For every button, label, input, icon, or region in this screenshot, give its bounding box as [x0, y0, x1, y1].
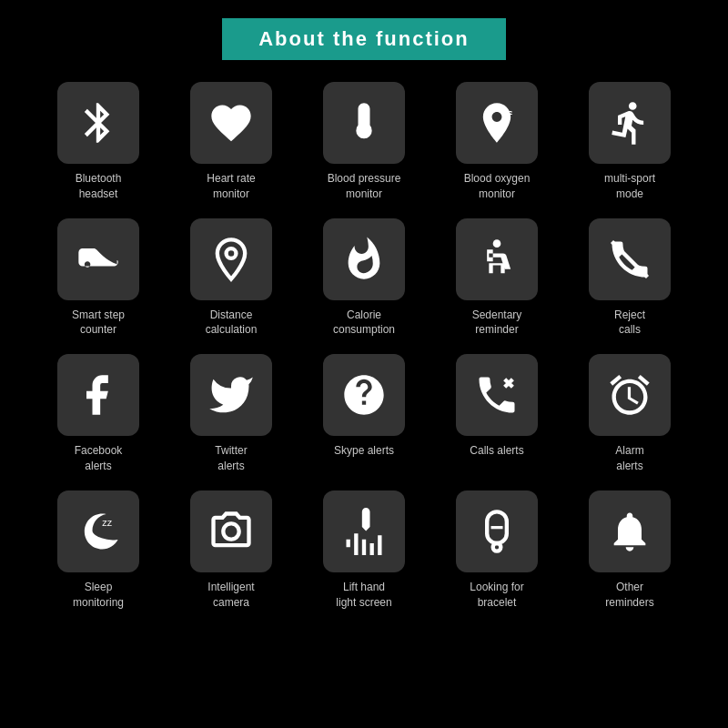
feature-calorie: Calorie consumption [302, 218, 426, 339]
calorie-icon [323, 218, 405, 300]
feature-bluetooth-headset: Bluetooth headset [36, 82, 160, 202]
svg-text:O₂: O₂ [500, 106, 511, 116]
multi-sport-icon [589, 82, 671, 164]
feature-multi-sport: multi-sport mode [568, 82, 692, 202]
facebook-label: Facebook alerts [75, 443, 123, 474]
sedentary-label: Sedentary reminder [472, 308, 522, 339]
sedentary-icon [456, 218, 538, 300]
camera-label: Intelligent camera [207, 580, 254, 611]
features-grid: Bluetooth headsetHeart rate monitorBlood… [36, 82, 692, 610]
bracelet-label: Looking for bracelet [470, 580, 523, 611]
feature-camera: Intelligent camera [169, 490, 293, 611]
feature-reject-calls: Reject calls [568, 218, 692, 339]
heart-rate-label: Heart rate monitor [207, 171, 255, 202]
bracelet-icon [456, 490, 538, 572]
calls-label: Calls alerts [470, 443, 523, 459]
feature-blood-pressure: Blood pressure monitor [302, 82, 426, 202]
calorie-label: Calorie consumption [333, 308, 395, 339]
feature-heart-rate: Heart rate monitor [169, 82, 293, 202]
page: About the function Bluetooth headsetHear… [0, 0, 728, 728]
heart-rate-icon [190, 82, 272, 164]
feature-facebook: Facebook alerts [36, 354, 160, 474]
facebook-icon [57, 354, 139, 436]
lift-hand-label: Lift hand light screen [336, 580, 391, 611]
feature-lift-hand: Lift hand light screen [302, 490, 426, 611]
feature-reminders: Other reminders [568, 490, 692, 611]
reject-calls-label: Reject calls [614, 308, 645, 339]
feature-sedentary: Sedentary reminder [435, 218, 559, 339]
feature-sleep: zzSleep monitoring [36, 490, 160, 611]
bluetooth-headset-icon [57, 82, 139, 164]
feature-bracelet: Looking for bracelet [435, 490, 559, 611]
distance-label: Distance calculation [206, 308, 258, 339]
feature-distance: Distance calculation [169, 218, 293, 339]
reminders-label: Other reminders [605, 580, 653, 611]
svg-text:zz: zz [102, 516, 112, 527]
twitter-icon [190, 354, 272, 436]
skype-label: Skype alerts [334, 443, 394, 459]
alarm-icon [589, 354, 671, 436]
bluetooth-headset-label: Bluetooth headset [76, 171, 122, 202]
svg-point-6 [493, 543, 501, 551]
step-counter-icon [57, 218, 139, 300]
blood-pressure-icon [323, 82, 405, 164]
feature-alarm: Alarm alerts [568, 354, 692, 474]
reject-calls-icon [589, 218, 671, 300]
lift-hand-icon [323, 490, 405, 572]
feature-skype: Skype alerts [302, 354, 426, 474]
camera-icon [190, 490, 272, 572]
reminders-icon [589, 490, 671, 572]
page-title: About the function [258, 27, 470, 50]
multi-sport-label: multi-sport mode [604, 171, 655, 202]
feature-calls: Calls alerts [435, 354, 559, 474]
twitter-label: Twitter alerts [215, 443, 247, 474]
step-counter-label: Smart step counter [72, 308, 125, 339]
blood-oxygen-icon: O₂ [456, 82, 538, 164]
alarm-label: Alarm alerts [615, 443, 643, 474]
svg-point-1 [493, 239, 501, 248]
title-box: About the function [222, 18, 506, 60]
feature-blood-oxygen: O₂Blood oxygen monitor [435, 82, 559, 202]
blood-oxygen-label: Blood oxygen monitor [464, 171, 531, 202]
feature-step-counter: Smart step counter [36, 218, 160, 339]
sleep-label: Sleep monitoring [73, 580, 124, 611]
skype-icon [323, 354, 405, 436]
distance-icon [190, 218, 272, 300]
sleep-icon: zz [57, 490, 139, 572]
calls-icon [456, 354, 538, 436]
feature-twitter: Twitter alerts [169, 354, 293, 474]
blood-pressure-label: Blood pressure monitor [328, 171, 401, 202]
